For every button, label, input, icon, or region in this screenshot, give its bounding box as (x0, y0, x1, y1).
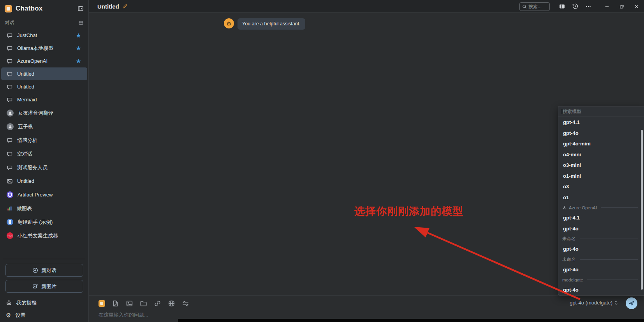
conversation-title: Untitled (97, 3, 119, 10)
sidebar-item-sentiment-analysis[interactable]: 情感分析 (1, 133, 87, 147)
history-button[interactable] (568, 0, 582, 13)
model-search-row[interactable] (558, 106, 644, 117)
collapse-sidebar-button[interactable] (77, 5, 84, 12)
system-message-row: You are a helpful assistant. (224, 18, 305, 30)
section-divider (587, 280, 638, 280)
my-copilots-button[interactable]: 我的搭档 (0, 298, 88, 308)
window-close-button[interactable] (629, 0, 644, 13)
chat-bubble-icon (7, 71, 13, 77)
sidebar-item-untitled[interactable]: Untitled (1, 80, 87, 93)
dropdown-scrollbar[interactable] (641, 130, 643, 290)
attach-file-icon[interactable] (112, 300, 119, 307)
sidebar-item-untitled-image[interactable]: Untitled (1, 174, 87, 188)
input-toolbar (99, 300, 189, 307)
more-options-button[interactable] (582, 0, 595, 13)
model-option[interactable]: gpt-4o (558, 285, 644, 295)
model-provider-icon[interactable] (99, 300, 105, 307)
split-panel-button[interactable] (555, 0, 568, 13)
favorite-star-icon[interactable] (76, 58, 81, 64)
sidebar-item-artifact-preview[interactable]: Artifact Preview (1, 188, 87, 202)
chat-bubble-icon (7, 151, 13, 157)
favorite-star-icon[interactable] (76, 33, 81, 38)
sidebar-item-make-charts[interactable]: 做图表 (1, 202, 87, 215)
ellipsis-icon (585, 4, 591, 10)
panel-collapse-icon (77, 5, 84, 12)
folder-icon[interactable] (140, 300, 147, 307)
sidebar-item-test-service[interactable]: 测试服务人员 (1, 161, 87, 174)
person-avatar-icon (7, 110, 14, 117)
attach-image-icon[interactable] (126, 300, 133, 307)
sidebar-item-girlfriend-subtext[interactable]: 女友潜台词翻译 (1, 106, 87, 120)
favorite-star-icon[interactable] (76, 46, 81, 51)
web-browsing-globe-icon[interactable] (168, 300, 175, 307)
chat-bubble-icon (7, 58, 13, 64)
sidebar-item-xiaohongshu-generator[interactable]: 小红书 小红书文案生成器 (1, 229, 87, 242)
link-icon[interactable] (154, 300, 161, 307)
edit-title-icon[interactable] (122, 4, 128, 9)
model-option[interactable]: gpt-4o-mini (558, 138, 644, 149)
system-gear-avatar (224, 18, 234, 28)
annotation-text: 选择你刚刚添加的模型 (354, 204, 463, 218)
model-option[interactable]: gpt-4.1 (558, 212, 644, 223)
conversations-section-row: 对话 (0, 18, 88, 27)
model-option[interactable]: o3 (558, 181, 644, 192)
sidebar-item-justchat[interactable]: JustChat (1, 29, 87, 42)
chat-bubble-icon (7, 32, 13, 39)
azure-icon (562, 205, 567, 210)
paper-plane-icon (628, 300, 635, 306)
conversations-label: 对话 (5, 19, 14, 26)
model-option[interactable]: o3-mini (558, 160, 644, 171)
sidebar-item-translator-example[interactable]: 翻译助手 (示例) (1, 215, 87, 229)
gear-icon (6, 312, 11, 319)
titlebar: Untitled (89, 0, 644, 13)
message-input[interactable] (99, 311, 449, 318)
conversation-list: JustChat Ollama本地模型 AzureOpenAI Untitled (0, 29, 88, 242)
bottom-screen-strip (178, 319, 644, 322)
sidebar-item-azureopenai[interactable]: AzureOpenAI (1, 55, 87, 67)
restore-icon (619, 4, 625, 9)
section-divider (601, 207, 638, 208)
window-minimize-button[interactable] (600, 0, 614, 13)
annotation-arrow (0, 0, 644, 322)
provider-section-header: 未命名 (558, 255, 644, 264)
new-image-button[interactable]: 新图片 (5, 280, 83, 293)
sidebar-item-ollama[interactable]: Ollama本地模型 (1, 42, 87, 55)
chat-bubble-icon (7, 45, 13, 51)
section-divider (580, 239, 638, 239)
split-panel-icon (559, 3, 565, 10)
model-option[interactable]: gpt-4o (558, 244, 644, 255)
text-caret (562, 109, 562, 114)
chat-bubble-icon (7, 165, 13, 171)
section-divider (580, 259, 638, 260)
archive-icon[interactable] (78, 20, 84, 25)
person-avatar-icon (7, 123, 14, 130)
titlebar-controls (519, 0, 644, 13)
sidebar-item-mermaid[interactable]: Mermaid (1, 93, 87, 106)
image-icon (7, 178, 13, 184)
model-selector[interactable]: gpt-4o (modelgate) (570, 297, 618, 308)
sidebar-item-empty-chat[interactable]: 空对话 (1, 147, 87, 161)
settings-sliders-icon[interactable] (182, 300, 189, 307)
sidebar-item-untitled-selected[interactable]: Untitled (1, 67, 87, 80)
window-restore-button[interactable] (614, 0, 629, 13)
new-chat-button[interactable]: 新对话 (5, 264, 83, 277)
sidebar-header: Chatbox (0, 0, 88, 17)
bar-chart-icon (7, 205, 12, 211)
model-option[interactable]: o1 (558, 192, 644, 203)
model-option[interactable]: gpt-4o (558, 264, 644, 275)
minimize-icon (604, 4, 610, 9)
settings-button[interactable]: 设置 (0, 310, 88, 320)
global-search-box[interactable] (519, 2, 550, 11)
sidebar-item-gomoku[interactable]: 五子棋 (1, 120, 87, 133)
global-search-input[interactable] (528, 4, 545, 9)
chat-bubble-icon (7, 84, 13, 90)
model-option[interactable]: gpt-4o (558, 223, 644, 234)
translator-icon (7, 219, 13, 225)
send-button[interactable] (626, 297, 637, 309)
model-search-input[interactable] (563, 109, 640, 114)
xiaohongshu-icon: 小红书 (7, 232, 13, 239)
model-option[interactable]: gpt-4.1 (558, 117, 644, 128)
model-option[interactable]: o4-mini (558, 149, 644, 160)
model-option[interactable]: o1-mini (558, 171, 644, 182)
model-option[interactable]: gpt-4o (558, 128, 644, 139)
